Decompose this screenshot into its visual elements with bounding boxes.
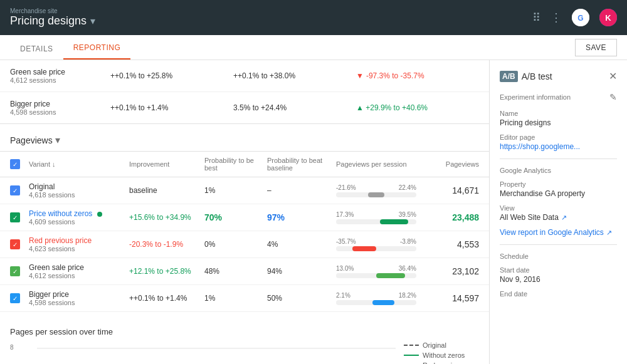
ga-section: Google Analytics xyxy=(500,167,617,174)
panel-header: A/B A/B test ✕ xyxy=(500,70,617,82)
panel-title-text: A/B test xyxy=(522,71,552,81)
view-value: All Web Site Data ↗ xyxy=(500,213,617,222)
summary-col1: ++0.1% to +25.8% xyxy=(110,71,233,80)
ab-icon: A/B xyxy=(500,71,518,82)
legend-item-without-zeros: Without zeros xyxy=(404,351,479,359)
row-checkbox-0[interactable]: ✓ xyxy=(10,185,29,195)
summary-row-bigger-price: Bigger price 4,598 sessions ++0.1% to +1… xyxy=(0,92,489,123)
external-link-icon: ↗ xyxy=(561,214,567,222)
row-checkbox-3[interactable]: ✓ xyxy=(10,266,29,276)
y-axis: 8 6 4 2 xyxy=(10,341,23,364)
up-arrow-icon: ▲ xyxy=(356,103,364,112)
row-spark-0: -21.6% 22.4% xyxy=(336,184,416,197)
header-left: Merchandise site Pricing designs ▾ xyxy=(10,8,95,28)
row-variant-0: Original 4,618 sessions xyxy=(29,182,129,199)
row-variant-2: Red previous price 4,623 sessions xyxy=(29,236,129,252)
row-checkbox-4[interactable]: ✓ xyxy=(10,293,29,303)
row-improvement-2: -20.3% to -1.9% xyxy=(129,240,204,249)
edit-icon[interactable]: ✎ xyxy=(609,92,617,102)
content-area: Green sale price 4,612 sessions ++0.1% t… xyxy=(0,60,489,364)
summary-col1-2: ++0.1% to +1.4% xyxy=(110,103,233,112)
more-options-icon[interactable]: ⋮ xyxy=(551,11,562,24)
start-date-label: Start date xyxy=(500,266,617,274)
legend-label-original: Original xyxy=(423,341,446,349)
experiment-info-section: Experiment information ✎ xyxy=(500,92,617,102)
panel-title-group: A/B A/B test xyxy=(500,71,552,82)
legend-line-green xyxy=(404,355,419,356)
pageviews-dropdown-icon[interactable]: ▾ xyxy=(55,134,60,146)
svg-text:K: K xyxy=(605,13,611,23)
row-checkbox-2[interactable]: ✓ xyxy=(10,239,29,249)
pageviews-section: Pageviews ▾ ✓ Variant ↓ Improvement Prob… xyxy=(0,124,489,317)
end-date-row: End date xyxy=(500,290,617,298)
close-icon[interactable]: ✕ xyxy=(609,70,617,82)
row-pageviews-4: 14,597 xyxy=(416,293,479,303)
tab-reporting[interactable]: REPORTING xyxy=(63,43,131,60)
improvement-col-header: Improvement xyxy=(129,160,204,168)
row-pageviews-2: 4,553 xyxy=(416,239,479,249)
row-prob-beat-3: 94% xyxy=(267,267,336,276)
save-button[interactable]: SAVE xyxy=(575,39,617,56)
pageviews-col-header: Pageviews xyxy=(416,160,479,168)
row-improvement-0: baseline xyxy=(129,186,204,195)
legend-item-red: Red previous price xyxy=(404,361,479,364)
view-report-link[interactable]: View report in Google Analytics ↗ xyxy=(500,228,617,237)
sparkline-bar-2 xyxy=(336,246,416,251)
legend-label-without-zeros: Without zeros xyxy=(423,351,465,359)
table-header: ✓ Variant ↓ Improvement Probability to b… xyxy=(0,152,489,177)
user-avatar[interactable]: K xyxy=(599,9,617,26)
start-date-row: Start date Nov 9, 2016 xyxy=(500,266,617,284)
summary-row-name: Green sale price 4,612 sessions xyxy=(10,68,110,84)
row-prob-best-1: 70% xyxy=(204,212,267,222)
summary-table: Green sale price 4,612 sessions ++0.1% t… xyxy=(0,60,489,124)
summary-row-green-sale: Green sale price 4,612 sessions ++0.1% t… xyxy=(0,60,489,92)
chart-title: Pages per session over time xyxy=(10,327,479,336)
row-spark-4: 2.1% 18.2% xyxy=(336,292,416,305)
sparkline-bar-1 xyxy=(336,219,416,224)
view-label: View xyxy=(500,204,617,212)
summary-col2: ++0.1% to +38.0% xyxy=(233,71,356,80)
apps-icon[interactable]: ⠿ xyxy=(532,11,540,24)
legend-label-red: Red previous price xyxy=(423,361,479,364)
tab-details[interactable]: DETAILS xyxy=(10,44,63,60)
chart-svg xyxy=(23,341,410,364)
sparkline-bar-3 xyxy=(336,273,416,278)
pv-per-session-col-header: Pageviews per session xyxy=(336,160,416,168)
summary-col3: ▼ -97.3% to -35.7% xyxy=(356,71,479,80)
row-improvement-4: ++0.1% to +1.4% xyxy=(129,294,204,303)
editor-page-value[interactable]: https://shop.googleme... xyxy=(500,142,617,151)
row-prob-best-4: 1% xyxy=(204,294,267,303)
view-report-row[interactable]: View report in Google Analytics ↗ xyxy=(500,228,617,237)
row-prob-beat-4: 50% xyxy=(267,294,336,303)
end-date-label: End date xyxy=(500,290,617,298)
pageviews-title: Pageviews xyxy=(10,135,53,145)
main-layout: Green sale price 4,612 sessions ++0.1% t… xyxy=(0,60,627,364)
table-row: ✓ Original 4,618 sessions baseline 1% – … xyxy=(0,177,489,204)
row-spark-2: -35.7% -3.8% xyxy=(336,238,416,251)
header-right: ⠿ ⋮ G K xyxy=(532,9,617,26)
app-header: Merchandise site Pricing designs ▾ ⠿ ⋮ G… xyxy=(0,0,627,35)
row-checkbox-1[interactable]: ✓ xyxy=(10,212,29,222)
row-prob-beat-0: – xyxy=(267,186,336,195)
title-dropdown-icon[interactable]: ▾ xyxy=(90,15,95,27)
row-pageviews-0: 14,671 xyxy=(416,185,479,195)
row-pageviews-3: 23,102 xyxy=(416,266,479,276)
page-title-group: Pricing designs ▾ xyxy=(10,14,95,28)
right-panel: A/B A/B test ✕ Experiment information ✎ … xyxy=(489,60,627,364)
variant-col-header[interactable]: Variant ↓ xyxy=(29,160,129,168)
property-label: Property xyxy=(500,180,617,188)
experiment-info-label: Experiment information xyxy=(500,93,571,101)
start-date-value: Nov 9, 2016 xyxy=(500,275,617,284)
chart-legend: Original Without zeros Red previous pric… xyxy=(404,341,479,364)
page-title: Pricing designs xyxy=(10,14,87,28)
editor-page-row: Editor page https://shop.googleme... xyxy=(500,133,617,151)
green-dot-icon xyxy=(97,212,102,217)
row-prob-best-3: 48% xyxy=(204,267,267,276)
external-link-icon-2: ↗ xyxy=(606,229,612,237)
name-row: Name Pricing designs xyxy=(500,110,617,127)
row-improvement-3: +12.1% to +25.8% xyxy=(129,267,204,276)
row-prob-best-2: 0% xyxy=(204,240,267,249)
row-spark-1: 17.3% 39.5% xyxy=(336,211,416,224)
select-all-checkbox[interactable]: ✓ xyxy=(10,159,20,169)
name-value: Pricing designs xyxy=(500,118,617,127)
